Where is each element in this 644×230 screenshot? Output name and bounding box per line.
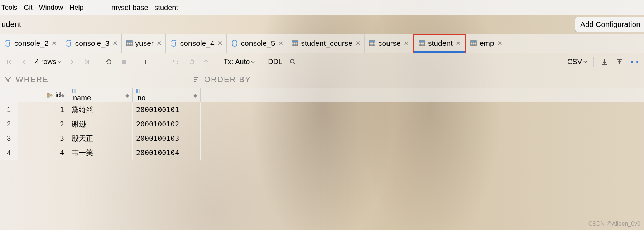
- menu-git[interactable]: Git: [24, 4, 32, 11]
- table-icon: [369, 40, 375, 47]
- export-format-dropdown[interactable]: CSV: [565, 58, 589, 66]
- close-icon[interactable]: ✕: [278, 39, 283, 47]
- toolbar: 4 rows Tx: Auto DDL CSV: [0, 53, 644, 71]
- cell-id[interactable]: 3: [18, 131, 68, 145]
- add-row-button[interactable]: [139, 56, 152, 68]
- tab-console-2[interactable]: console_2✕: [0, 34, 61, 53]
- tab-label: console_2: [14, 39, 49, 48]
- cell-id[interactable]: 2: [18, 117, 68, 131]
- close-icon[interactable]: ✕: [497, 39, 503, 47]
- row-number: 4: [0, 145, 18, 160]
- svg-rect-1: [126, 41, 132, 42]
- table-icon: [470, 40, 477, 47]
- menu-window[interactable]: Window: [39, 4, 63, 11]
- svg-rect-15: [74, 89, 76, 93]
- cell-no[interactable]: 2000100102: [133, 117, 201, 131]
- sql-console-icon: [4, 40, 11, 47]
- table-row[interactable]: 11黛绮丝2000100101: [0, 102, 644, 117]
- svg-rect-10: [122, 60, 126, 64]
- svg-rect-16: [136, 89, 138, 93]
- svg-rect-9: [471, 41, 476, 42]
- breadcrumb[interactable]: udent: [1, 20, 21, 29]
- cell-id[interactable]: 4: [18, 145, 68, 160]
- close-icon[interactable]: ✕: [157, 39, 162, 47]
- sql-console-icon: [170, 40, 177, 47]
- tab-console-3[interactable]: console_3✕: [61, 34, 122, 53]
- column-header-no[interactable]: no ◆: [133, 88, 201, 102]
- import-button[interactable]: [613, 56, 626, 68]
- cell-no[interactable]: 2000100103: [133, 131, 201, 145]
- prev-page-button[interactable]: [18, 56, 31, 68]
- close-icon[interactable]: ✕: [404, 39, 409, 47]
- tab-yuser[interactable]: yuser✕: [122, 34, 166, 53]
- cell-no[interactable]: 2000100104: [133, 145, 201, 160]
- cell-no[interactable]: 2000100101: [133, 102, 201, 117]
- column-header-name[interactable]: name ◆: [68, 88, 133, 102]
- clone-row-button[interactable]: [184, 56, 197, 68]
- tab-console-4[interactable]: console_4✕: [166, 34, 227, 53]
- export-button[interactable]: [598, 56, 611, 68]
- tab-label: course: [378, 39, 401, 48]
- close-icon[interactable]: ✕: [112, 39, 118, 47]
- tab-label: student_course: [301, 39, 352, 48]
- tab-student[interactable]: student✕: [413, 34, 466, 53]
- data-grid: id ◆ name ◆ no ◆ 11黛绮丝200010010122谢逊2000…: [0, 88, 644, 160]
- close-icon[interactable]: ✕: [52, 39, 57, 47]
- cell-id[interactable]: 1: [18, 102, 68, 117]
- table-icon: [419, 40, 425, 47]
- tab-label: console_4: [180, 39, 215, 48]
- cell-name[interactable]: 殷天正: [68, 131, 133, 145]
- table-row[interactable]: 22谢逊2000100102: [0, 117, 644, 131]
- row-number: 2: [0, 117, 18, 131]
- svg-rect-3: [292, 41, 298, 42]
- breadcrumb-bar: udent Add Configuration: [0, 15, 644, 34]
- table-row[interactable]: 33殷天正2000100103: [0, 131, 644, 145]
- reload-button[interactable]: [102, 56, 115, 68]
- tab-console-5[interactable]: console_5✕: [227, 34, 288, 53]
- next-page-button[interactable]: [66, 56, 78, 68]
- orderby-filter[interactable]: ORDER BY: [188, 71, 255, 88]
- rows-count-dropdown[interactable]: 4 rows: [33, 58, 63, 66]
- tab-label: console_3: [75, 39, 110, 48]
- menu-tools[interactable]: Tools: [1, 4, 17, 11]
- column-header-id[interactable]: id ◆: [18, 88, 68, 102]
- stop-button[interactable]: [117, 56, 130, 68]
- column-icon: [135, 88, 145, 94]
- cell-name[interactable]: 黛绮丝: [68, 102, 133, 117]
- tab-emp[interactable]: emp✕: [466, 34, 506, 53]
- sync-button[interactable]: [628, 56, 641, 68]
- menu-help[interactable]: Help: [69, 4, 83, 11]
- cell-name[interactable]: 韦一笑: [68, 145, 133, 160]
- tab-student-course[interactable]: student_course✕: [287, 34, 365, 53]
- search-button[interactable]: [287, 56, 299, 68]
- grid-header: id ◆ name ◆ no ◆: [0, 88, 644, 102]
- svg-rect-14: [72, 89, 73, 93]
- close-icon[interactable]: ✕: [217, 39, 223, 47]
- table-row[interactable]: 44韦一笑2000100104: [0, 145, 644, 160]
- menu-bar: Tools Git Window Help mysql-base - stude…: [0, 0, 644, 15]
- tx-mode-dropdown[interactable]: Tx: Auto: [221, 58, 257, 66]
- submit-button[interactable]: [200, 56, 212, 68]
- sql-console-icon: [65, 40, 72, 47]
- remove-row-button[interactable]: [154, 56, 167, 68]
- sort-icon: [193, 76, 200, 83]
- sql-console-icon: [231, 40, 238, 47]
- last-page-button[interactable]: [81, 56, 93, 68]
- where-filter[interactable]: WHERE: [0, 71, 188, 88]
- svg-rect-12: [47, 93, 49, 97]
- filter-icon: [4, 76, 11, 83]
- table-icon: [126, 40, 133, 47]
- tab-course[interactable]: course✕: [365, 34, 413, 53]
- first-page-button[interactable]: [3, 56, 16, 68]
- close-icon[interactable]: ✕: [456, 39, 461, 47]
- ddl-button[interactable]: DDL: [266, 58, 284, 66]
- cell-name[interactable]: 谢逊: [68, 117, 133, 131]
- filter-bar: WHERE ORDER BY: [0, 71, 644, 88]
- gutter-header: [0, 88, 18, 102]
- watermark: CSDN @Aileen_0v0: [588, 221, 640, 227]
- revert-button[interactable]: [169, 56, 182, 68]
- close-icon[interactable]: ✕: [355, 39, 361, 47]
- tab-label: yuser: [135, 39, 154, 48]
- column-icon: [71, 88, 91, 94]
- add-configuration-button[interactable]: Add Configuration: [575, 17, 644, 32]
